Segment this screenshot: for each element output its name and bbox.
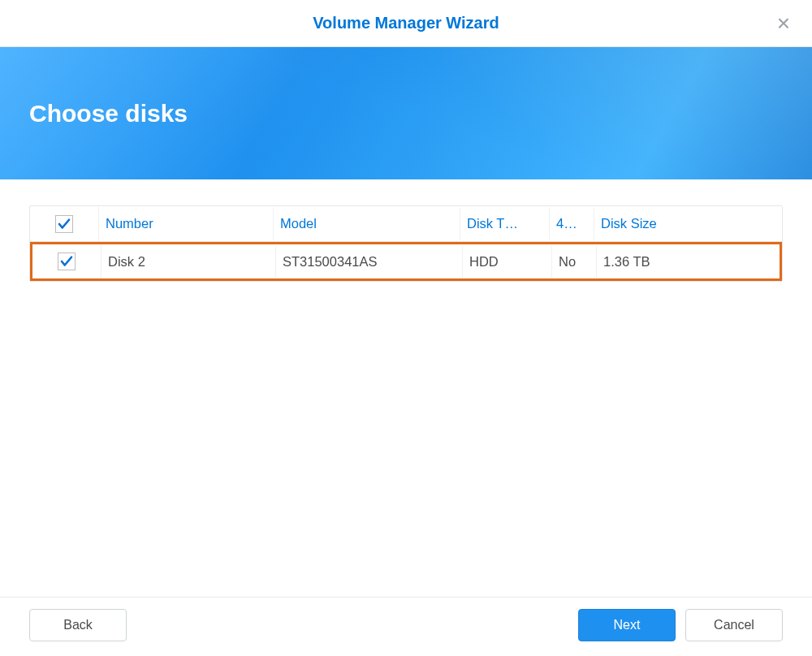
content-area: VENDERVN Number Model Disk T… 4… Disk Si… bbox=[0, 179, 812, 597]
checkmark-icon bbox=[57, 217, 71, 231]
next-button[interactable]: Next bbox=[578, 609, 676, 641]
window-title: Volume Manager Wizard bbox=[0, 14, 812, 32]
wizard-window: Volume Manager Wizard × Choose disks VEN… bbox=[0, 0, 812, 656]
header-number[interactable]: Number bbox=[99, 208, 274, 240]
cancel-button[interactable]: Cancel bbox=[685, 609, 783, 641]
table-row[interactable]: Disk 2 ST31500341AS HDD No 1.36 TB bbox=[30, 242, 782, 281]
header-model[interactable]: Model bbox=[274, 208, 460, 240]
cell-disk-type: HDD bbox=[463, 246, 552, 278]
cell-disk-size: 1.36 TB bbox=[597, 246, 780, 278]
header-4k[interactable]: 4… bbox=[550, 208, 594, 240]
banner-title: Choose disks bbox=[29, 100, 188, 127]
banner: Choose disks bbox=[0, 47, 812, 179]
checkmark-icon bbox=[59, 254, 74, 269]
header-disk-type[interactable]: Disk T… bbox=[460, 208, 550, 240]
cell-number: Disk 2 bbox=[102, 246, 276, 278]
header-disk-size[interactable]: Disk Size bbox=[594, 208, 782, 240]
close-icon: × bbox=[777, 11, 790, 37]
row-checkbox-cell bbox=[32, 244, 102, 278]
select-all-checkbox[interactable] bbox=[55, 215, 73, 233]
table-header-row: Number Model Disk T… 4… Disk Size bbox=[30, 206, 782, 242]
cell-model: ST31500341AS bbox=[276, 246, 463, 278]
header-checkbox-cell bbox=[30, 207, 99, 241]
row-checkbox[interactable] bbox=[58, 252, 76, 270]
back-button[interactable]: Back bbox=[29, 609, 127, 641]
titlebar: Volume Manager Wizard × bbox=[0, 0, 812, 47]
cell-4k: No bbox=[552, 246, 597, 278]
disk-table: Number Model Disk T… 4… Disk Size Disk 2… bbox=[29, 205, 783, 282]
close-button[interactable]: × bbox=[770, 10, 797, 37]
footer: Back Next Cancel bbox=[0, 597, 812, 656]
